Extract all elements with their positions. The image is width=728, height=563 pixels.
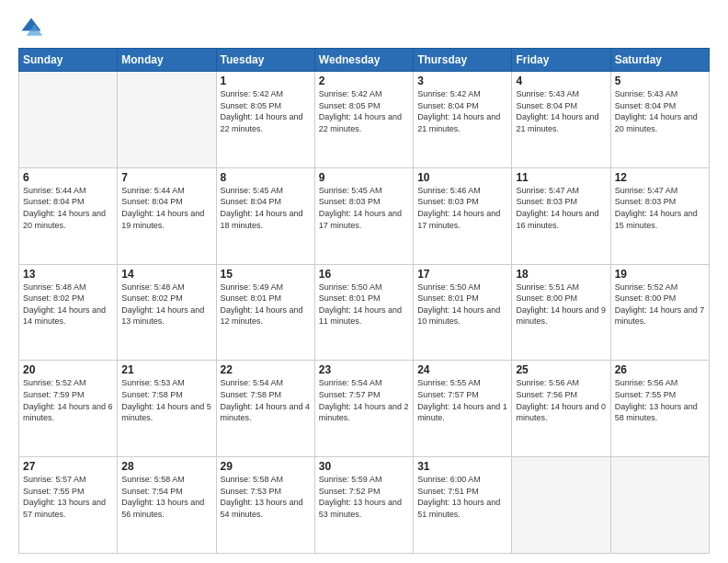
calendar-header-saturday: Saturday <box>610 49 709 72</box>
calendar-cell <box>610 457 709 554</box>
calendar-cell: 28 Sunrise: 5:58 AMSunset: 7:54 PMDaylig… <box>118 457 216 554</box>
day-info: Sunrise: 5:47 AMSunset: 8:03 PMDaylight:… <box>516 185 606 231</box>
week-row-5: 27 Sunrise: 5:57 AMSunset: 7:55 PMDaylig… <box>19 457 710 554</box>
day-number: 20 <box>23 363 113 376</box>
calendar-cell: 12 Sunrise: 5:47 AMSunset: 8:03 PMDaylig… <box>610 167 709 264</box>
day-number: 8 <box>221 171 311 184</box>
calendar-cell: 24 Sunrise: 5:55 AMSunset: 7:57 PMDaylig… <box>414 361 512 457</box>
page: SundayMondayTuesdayWednesdayThursdayFrid… <box>0 0 728 563</box>
day-info: Sunrise: 5:54 AMSunset: 7:57 PMDaylight:… <box>319 377 409 423</box>
calendar-cell: 9 Sunrise: 5:45 AMSunset: 8:03 PMDayligh… <box>314 167 413 264</box>
calendar-cell: 29 Sunrise: 5:58 AMSunset: 7:53 PMDaylig… <box>216 457 314 554</box>
day-number: 1 <box>221 75 311 87</box>
week-row-2: 6 Sunrise: 5:44 AMSunset: 8:04 PMDayligh… <box>19 167 710 264</box>
day-info: Sunrise: 5:57 AMSunset: 7:55 PMDaylight:… <box>23 474 113 520</box>
logo <box>18 15 48 40</box>
logo-icon <box>18 15 44 40</box>
day-info: Sunrise: 5:44 AMSunset: 8:04 PMDaylight:… <box>121 185 211 231</box>
day-info: Sunrise: 5:42 AMSunset: 8:04 PMDaylight:… <box>417 88 507 134</box>
day-info: Sunrise: 5:59 AMSunset: 7:52 PMDaylight:… <box>319 474 409 520</box>
calendar-cell: 7 Sunrise: 5:44 AMSunset: 8:04 PMDayligh… <box>118 167 216 264</box>
calendar-cell <box>118 72 216 168</box>
calendar-cell: 26 Sunrise: 5:56 AMSunset: 7:55 PMDaylig… <box>610 361 709 457</box>
calendar-header-wednesday: Wednesday <box>314 49 413 72</box>
day-info: Sunrise: 5:42 AMSunset: 8:05 PMDaylight:… <box>221 88 311 134</box>
day-number: 7 <box>121 171 211 184</box>
week-row-4: 20 Sunrise: 5:52 AMSunset: 7:59 PMDaylig… <box>19 361 710 457</box>
day-number: 29 <box>221 460 311 473</box>
day-info: Sunrise: 5:55 AMSunset: 7:57 PMDaylight:… <box>417 377 507 423</box>
day-number: 22 <box>221 363 311 376</box>
day-number: 27 <box>23 460 113 473</box>
calendar-cell: 5 Sunrise: 5:43 AMSunset: 8:04 PMDayligh… <box>610 72 709 168</box>
calendar-cell: 18 Sunrise: 5:51 AMSunset: 8:00 PMDaylig… <box>512 264 610 361</box>
day-info: Sunrise: 5:58 AMSunset: 7:53 PMDaylight:… <box>221 474 311 520</box>
day-info: Sunrise: 5:56 AMSunset: 7:56 PMDaylight:… <box>516 377 606 423</box>
day-number: 28 <box>121 460 211 473</box>
calendar-cell: 17 Sunrise: 5:50 AMSunset: 8:01 PMDaylig… <box>414 264 512 361</box>
calendar-cell <box>512 457 610 554</box>
day-number: 3 <box>417 75 507 87</box>
day-number: 9 <box>319 171 409 184</box>
day-number: 11 <box>516 171 606 184</box>
day-info: Sunrise: 5:50 AMSunset: 8:01 PMDaylight:… <box>319 282 409 327</box>
day-info: Sunrise: 5:44 AMSunset: 8:04 PMDaylight:… <box>23 185 113 231</box>
calendar-cell: 25 Sunrise: 5:56 AMSunset: 7:56 PMDaylig… <box>512 361 610 457</box>
day-number: 24 <box>417 363 507 376</box>
calendar-cell: 31 Sunrise: 6:00 AMSunset: 7:51 PMDaylig… <box>414 457 512 554</box>
day-info: Sunrise: 5:45 AMSunset: 8:03 PMDaylight:… <box>319 185 409 231</box>
calendar-cell: 11 Sunrise: 5:47 AMSunset: 8:03 PMDaylig… <box>512 167 610 264</box>
day-info: Sunrise: 5:46 AMSunset: 8:03 PMDaylight:… <box>417 185 507 231</box>
day-info: Sunrise: 5:47 AMSunset: 8:03 PMDaylight:… <box>615 185 705 231</box>
calendar-cell: 10 Sunrise: 5:46 AMSunset: 8:03 PMDaylig… <box>414 167 512 264</box>
calendar-cell: 2 Sunrise: 5:42 AMSunset: 8:05 PMDayligh… <box>314 72 413 168</box>
calendar-cell: 27 Sunrise: 5:57 AMSunset: 7:55 PMDaylig… <box>19 457 118 554</box>
calendar-cell: 4 Sunrise: 5:43 AMSunset: 8:04 PMDayligh… <box>512 72 610 168</box>
day-number: 4 <box>516 75 606 87</box>
day-number: 2 <box>319 75 409 87</box>
day-number: 5 <box>615 75 705 87</box>
day-number: 15 <box>221 268 311 281</box>
calendar-header-row: SundayMondayTuesdayWednesdayThursdayFrid… <box>19 49 710 72</box>
day-number: 19 <box>615 268 705 281</box>
calendar-cell: 23 Sunrise: 5:54 AMSunset: 7:57 PMDaylig… <box>314 361 413 457</box>
calendar-cell: 8 Sunrise: 5:45 AMSunset: 8:04 PMDayligh… <box>216 167 314 264</box>
day-number: 31 <box>417 460 507 473</box>
day-info: Sunrise: 5:53 AMSunset: 7:58 PMDaylight:… <box>121 377 211 423</box>
day-number: 17 <box>417 268 507 281</box>
day-number: 25 <box>516 363 606 376</box>
day-number: 21 <box>121 363 211 376</box>
day-number: 26 <box>615 363 705 376</box>
day-number: 30 <box>319 460 409 473</box>
calendar-header-sunday: Sunday <box>19 49 118 72</box>
calendar-cell: 19 Sunrise: 5:52 AMSunset: 8:00 PMDaylig… <box>610 264 709 361</box>
day-number: 23 <box>319 363 409 376</box>
day-number: 6 <box>23 171 113 184</box>
day-number: 18 <box>516 268 606 281</box>
day-number: 14 <box>121 268 211 281</box>
week-row-3: 13 Sunrise: 5:48 AMSunset: 8:02 PMDaylig… <box>19 264 710 361</box>
calendar-cell: 21 Sunrise: 5:53 AMSunset: 7:58 PMDaylig… <box>118 361 216 457</box>
calendar-cell: 16 Sunrise: 5:50 AMSunset: 8:01 PMDaylig… <box>314 264 413 361</box>
calendar-table: SundayMondayTuesdayWednesdayThursdayFrid… <box>18 48 710 554</box>
day-info: Sunrise: 5:50 AMSunset: 8:01 PMDaylight:… <box>417 282 507 327</box>
day-info: Sunrise: 5:58 AMSunset: 7:54 PMDaylight:… <box>121 474 211 520</box>
day-info: Sunrise: 5:43 AMSunset: 8:04 PMDaylight:… <box>615 88 705 134</box>
day-number: 10 <box>417 171 507 184</box>
day-info: Sunrise: 5:52 AMSunset: 8:00 PMDaylight:… <box>615 282 705 327</box>
day-number: 16 <box>319 268 409 281</box>
calendar-cell: 22 Sunrise: 5:54 AMSunset: 7:58 PMDaylig… <box>216 361 314 457</box>
day-info: Sunrise: 5:45 AMSunset: 8:04 PMDaylight:… <box>221 185 311 231</box>
calendar-cell: 20 Sunrise: 5:52 AMSunset: 7:59 PMDaylig… <box>19 361 118 457</box>
calendar-header-tuesday: Tuesday <box>216 49 314 72</box>
calendar-cell: 3 Sunrise: 5:42 AMSunset: 8:04 PMDayligh… <box>414 72 512 168</box>
calendar-header-thursday: Thursday <box>414 49 512 72</box>
calendar-cell: 30 Sunrise: 5:59 AMSunset: 7:52 PMDaylig… <box>314 457 413 554</box>
day-info: Sunrise: 6:00 AMSunset: 7:51 PMDaylight:… <box>417 474 507 520</box>
day-info: Sunrise: 5:43 AMSunset: 8:04 PMDaylight:… <box>516 88 606 134</box>
calendar-cell: 15 Sunrise: 5:49 AMSunset: 8:01 PMDaylig… <box>216 264 314 361</box>
day-info: Sunrise: 5:48 AMSunset: 8:02 PMDaylight:… <box>121 282 211 327</box>
calendar-cell <box>19 72 118 168</box>
day-info: Sunrise: 5:49 AMSunset: 8:01 PMDaylight:… <box>221 282 311 327</box>
day-info: Sunrise: 5:42 AMSunset: 8:05 PMDaylight:… <box>319 88 409 134</box>
